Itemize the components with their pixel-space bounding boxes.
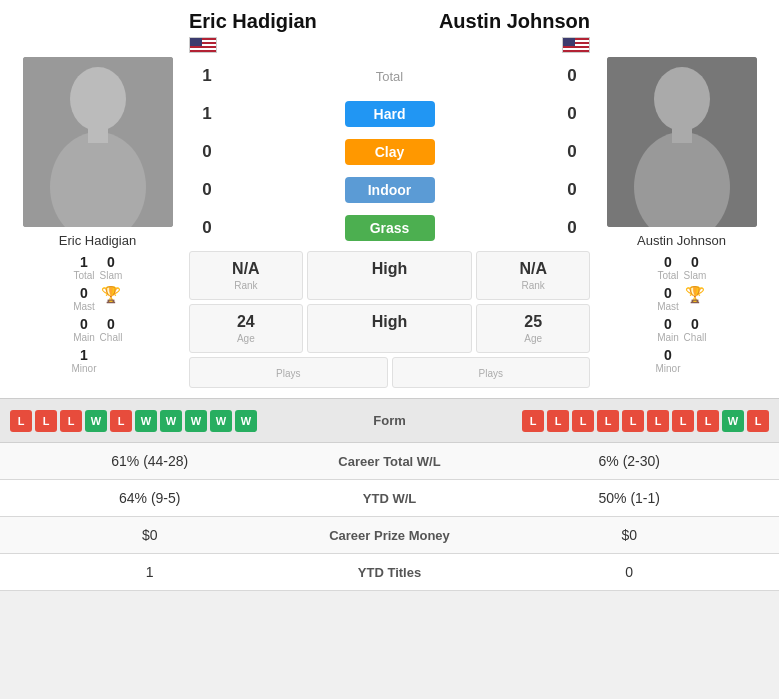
hard-score-row: 1 Hard 0 bbox=[189, 95, 590, 133]
left-high-box: High bbox=[307, 251, 473, 300]
stats-label-3: YTD Titles bbox=[290, 565, 490, 580]
names-header: Eric Hadigian Austin Johnson bbox=[0, 0, 779, 57]
left-rank-val: N/A bbox=[194, 260, 298, 278]
left-main-lbl: Main bbox=[71, 332, 96, 343]
right-player-heading: Austin Johnson bbox=[439, 10, 590, 53]
left-photo bbox=[23, 57, 173, 227]
indoor-score-row: 0 Indoor 0 bbox=[189, 171, 590, 209]
left-player-heading: Eric Hadigian bbox=[189, 10, 317, 57]
right-main-val: 0 bbox=[655, 316, 680, 332]
left-mast-lbl: Mast bbox=[71, 301, 96, 312]
stats-row-3: 1 YTD Titles 0 bbox=[0, 554, 779, 591]
left-player-col: Eric Hadigian 1 Total 0 Slam 0 Mast bbox=[10, 57, 185, 388]
stats-left-1: 64% (9-5) bbox=[10, 490, 290, 506]
right-chall-val: 0 bbox=[683, 316, 708, 332]
right-main-lbl: Main bbox=[655, 332, 680, 343]
main-row: Eric Hadigian 1 Total 0 Slam 0 Mast bbox=[0, 57, 779, 398]
right-total-stat-lbl: Total bbox=[655, 270, 680, 281]
right-photo bbox=[607, 57, 757, 227]
left-total-val: 1 bbox=[71, 254, 96, 270]
left-trophy-icon-cell: 🏆 bbox=[99, 285, 124, 312]
right-player-col: Austin Johnson 0 Total 0 Slam 0 Mast bbox=[594, 57, 769, 388]
right-rank-box: N/A Rank bbox=[476, 251, 590, 300]
left-main-stat: 0 Main bbox=[71, 316, 96, 343]
page-wrapper: Eric Hadigian Austin Johnson bbox=[0, 0, 779, 591]
right-high-val: High bbox=[312, 313, 468, 331]
stats-left-3: 1 bbox=[10, 564, 290, 580]
left-main-val: 0 bbox=[71, 316, 96, 332]
right-grass-score: 0 bbox=[554, 218, 590, 238]
svg-point-5 bbox=[654, 67, 710, 131]
left-form-pill-6: W bbox=[160, 410, 182, 432]
names-center: Eric Hadigian Austin Johnson bbox=[185, 10, 594, 57]
stats-right-2: $0 bbox=[490, 527, 770, 543]
right-hard-score: 0 bbox=[554, 104, 590, 124]
left-silhouette bbox=[23, 57, 173, 227]
right-total-score: 0 bbox=[554, 66, 590, 86]
right-total-stat: 0 Total bbox=[655, 254, 680, 281]
left-slam-val: 0 bbox=[99, 254, 124, 270]
left-age-box: 24 Age bbox=[189, 304, 303, 353]
right-plays-lbl: Plays bbox=[397, 368, 586, 379]
right-form-pill-8: W bbox=[722, 410, 744, 432]
rank-age-row: N/A Rank High N/A Rank bbox=[189, 251, 590, 300]
left-form-pill-8: W bbox=[210, 410, 232, 432]
right-age-lbl: Age bbox=[481, 333, 585, 344]
right-rank-lbl: Rank bbox=[481, 280, 585, 291]
right-total-stat-val: 0 bbox=[655, 254, 680, 270]
left-form-pill-7: W bbox=[185, 410, 207, 432]
right-age-box: 25 Age bbox=[476, 304, 590, 353]
left-rank-lbl: Rank bbox=[194, 280, 298, 291]
left-form-pill-9: W bbox=[235, 410, 257, 432]
left-mast-val: 0 bbox=[71, 285, 96, 301]
right-mast-stat: 0 Mast bbox=[655, 285, 680, 312]
right-chall-lbl: Chall bbox=[683, 332, 708, 343]
stats-label-0: Career Total W/L bbox=[290, 454, 490, 469]
left-age-val: 24 bbox=[194, 313, 298, 331]
right-photo-block: Austin Johnson 0 Total 0 Slam 0 Mast bbox=[594, 57, 769, 374]
hard-badge-cell: Hard bbox=[225, 101, 554, 127]
right-name-spacer bbox=[594, 10, 769, 57]
left-hard-score: 1 bbox=[189, 104, 225, 124]
left-age-lbl: Age bbox=[194, 333, 298, 344]
left-form-pills: LLLWLWWWWW bbox=[10, 410, 310, 432]
form-section: LLLWLWWWWW Form LLLLLLLLWL 61% (44-28) C… bbox=[0, 398, 779, 591]
right-form-pill-5: L bbox=[647, 410, 669, 432]
stats-label-2: Career Prize Money bbox=[290, 528, 490, 543]
right-indoor-score: 0 bbox=[554, 180, 590, 200]
left-mast-stat: 0 Mast bbox=[71, 285, 96, 312]
grass-score-row: 0 Grass 0 bbox=[189, 209, 590, 247]
left-form-pill-4: L bbox=[110, 410, 132, 432]
left-plays-lbl: Plays bbox=[194, 368, 383, 379]
left-form-pill-3: W bbox=[85, 410, 107, 432]
right-slam-stat: 0 Slam bbox=[683, 254, 708, 281]
right-form-pill-3: L bbox=[597, 410, 619, 432]
right-minor-lbl: Minor bbox=[655, 363, 680, 374]
left-player-name-label: Eric Hadigian bbox=[59, 233, 136, 248]
stats-row-2: $0 Career Prize Money $0 bbox=[0, 517, 779, 554]
center-col: 1 Total 0 1 Hard 0 0 Clay 0 bbox=[189, 57, 590, 388]
right-silhouette bbox=[607, 57, 757, 227]
stats-left-2: $0 bbox=[10, 527, 290, 543]
left-chall-lbl: Chall bbox=[99, 332, 124, 343]
right-form-pill-1: L bbox=[547, 410, 569, 432]
total-score-row: 1 Total 0 bbox=[189, 57, 590, 95]
right-form-pill-6: L bbox=[672, 410, 694, 432]
left-high-val: High bbox=[312, 260, 468, 278]
plays-row: Plays Plays bbox=[189, 357, 590, 388]
left-grass-score: 0 bbox=[189, 218, 225, 238]
grass-badge-cell: Grass bbox=[225, 215, 554, 241]
right-form-pill-0: L bbox=[522, 410, 544, 432]
clay-badge-cell: Clay bbox=[225, 139, 554, 165]
left-minor-stat: 1 Minor bbox=[71, 347, 96, 374]
right-player-name: Austin Johnson bbox=[439, 10, 590, 33]
indoor-badge-cell: Indoor bbox=[225, 177, 554, 203]
right-slam-lbl: Slam bbox=[683, 270, 708, 281]
right-plays-box: Plays bbox=[392, 357, 591, 388]
right-mast-val: 0 bbox=[655, 285, 680, 301]
left-stats-grid: 1 Total 0 Slam 0 Mast 🏆 0 bbox=[71, 254, 123, 374]
right-minor-val: 0 bbox=[655, 347, 680, 363]
indoor-badge: Indoor bbox=[345, 177, 435, 203]
left-flag-row bbox=[189, 37, 317, 57]
stats-label-1: YTD W/L bbox=[290, 491, 490, 506]
